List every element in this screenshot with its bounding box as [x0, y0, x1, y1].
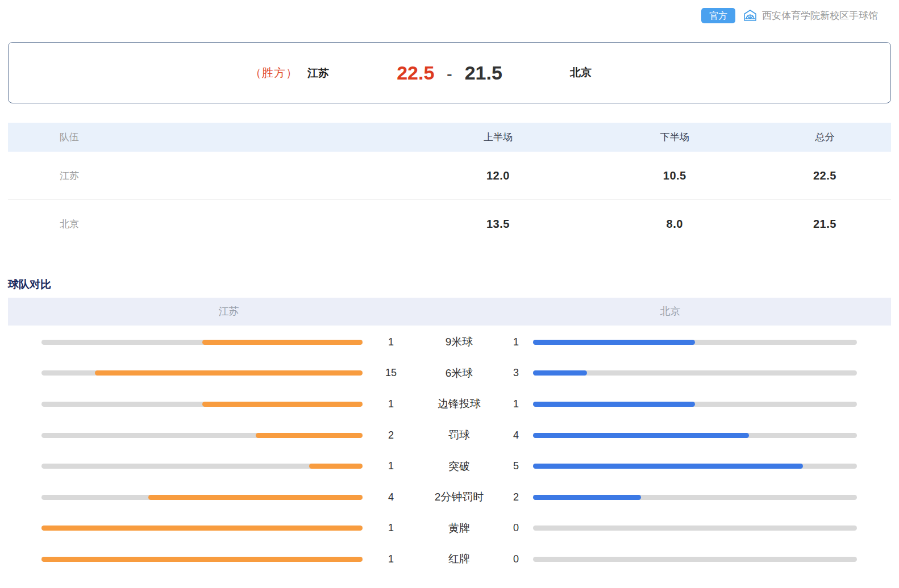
stat-row: 1 9米球 1: [8, 327, 891, 358]
table-cell-total: 21.5: [759, 218, 891, 231]
left-team-bar: [41, 433, 363, 438]
right-team-bar: [533, 464, 857, 469]
right-team-bar: [533, 340, 857, 345]
stadium-icon: [743, 9, 758, 22]
left-team-bar-fill: [148, 495, 363, 500]
stat-row: 1 突破 5: [8, 451, 891, 482]
right-team-bar: [533, 433, 857, 438]
stat-right-value: 5: [499, 460, 533, 472]
left-team-bar-fill: [256, 433, 363, 438]
stat-left-value: 2: [363, 429, 419, 441]
right-team-bar: [533, 370, 857, 376]
stat-label: 黄牌: [419, 521, 499, 536]
left-team-bar-fill: [202, 402, 363, 407]
halves-table-header: 队伍 上半场 下半场 总分: [8, 123, 891, 152]
right-team-bar: [533, 495, 857, 500]
comparison-title: 球队对比: [8, 278, 899, 290]
left-team-bar: [41, 464, 363, 469]
stat-right-value: 4: [499, 429, 533, 441]
stat-row: 1 黄牌 0: [8, 513, 891, 544]
official-badge: 官方: [701, 8, 735, 23]
stat-label: 2分钟罚时: [419, 490, 499, 504]
stat-right-value: 1: [499, 336, 533, 348]
stat-label: 9米球: [419, 335, 499, 349]
left-team-bar-fill: [309, 464, 363, 469]
stat-label: 罚球: [419, 428, 499, 443]
right-team-bar-fill: [533, 495, 641, 500]
winner-label: （胜方）: [250, 65, 298, 81]
stat-right-value: 0: [499, 522, 533, 534]
stat-left-value: 1: [363, 553, 419, 565]
left-team-bar-fill: [95, 370, 363, 376]
left-team-bar: [41, 557, 363, 562]
right-team-bar: [533, 402, 857, 407]
halves-table: 队伍 上半场 下半场 总分 江苏 12.0 10.5 22.5 北京 13.5 …: [8, 123, 891, 248]
left-team-bar: [41, 526, 363, 531]
away-team-name: 北京: [570, 65, 592, 80]
away-score: 21.5: [465, 62, 502, 84]
match-result-page: 官方 西安体育学院新校区手球馆 （胜方） 江苏 22.5 - 21.5 北京: [0, 0, 899, 588]
left-team-bar-fill: [41, 526, 363, 531]
venue: 西安体育学院新校区手球馆: [743, 9, 878, 22]
right-team-bar-fill: [533, 402, 695, 407]
col-header-first-half: 上半场: [405, 131, 590, 144]
left-team-bar: [41, 370, 363, 376]
comparison-right-team: 北京: [450, 298, 891, 326]
table-cell-second-half: 10.5: [591, 169, 759, 182]
comparison-header: 江苏 北京: [8, 298, 891, 326]
table-cell-first-half: 12.0: [405, 169, 590, 182]
table-cell-total: 22.5: [759, 169, 891, 182]
stat-row: 15 6米球 3: [8, 358, 891, 389]
stat-left-value: 1: [363, 460, 419, 472]
stat-row: 2 罚球 4: [8, 420, 891, 451]
left-team-bar: [41, 340, 363, 345]
stat-label: 边锋投球: [419, 397, 499, 411]
right-team-bar-fill: [533, 433, 749, 438]
col-header-total: 总分: [759, 131, 891, 144]
stat-right-value: 0: [499, 553, 533, 565]
table-cell-second-half: 8.0: [591, 218, 759, 231]
table-cell-team: 北京: [8, 218, 405, 231]
right-team-bar-fill: [533, 340, 695, 345]
stat-left-value: 4: [363, 491, 419, 503]
halves-table-body: 江苏 12.0 10.5 22.5 北京 13.5 8.0 21.5: [8, 152, 891, 248]
score-group: 22.5 - 21.5: [397, 62, 502, 84]
right-team-bar-fill: [533, 464, 803, 469]
stat-left-value: 1: [363, 336, 419, 348]
table-row: 北京 13.5 8.0 21.5: [8, 200, 891, 248]
stat-left-value: 15: [363, 367, 419, 379]
stat-left-value: 1: [363, 522, 419, 534]
col-header-team: 队伍: [8, 131, 405, 144]
stat-right-value: 3: [499, 367, 533, 379]
score-card: （胜方） 江苏 22.5 - 21.5 北京: [8, 42, 891, 103]
left-team-bar-fill: [41, 557, 363, 562]
stat-right-value: 1: [499, 398, 533, 410]
home-team-name: 江苏: [307, 65, 329, 80]
left-team-bar: [41, 402, 363, 407]
stat-row: 1 红牌 0: [8, 544, 891, 575]
stat-label: 突破: [419, 459, 499, 474]
score-separator: -: [447, 65, 452, 84]
left-team-bar-fill: [202, 340, 363, 345]
right-team-bar: [533, 557, 857, 562]
left-team-bar: [41, 495, 363, 500]
stat-right-value: 2: [499, 491, 533, 503]
right-team-bar: [533, 526, 857, 531]
stat-label: 红牌: [419, 552, 499, 566]
winner-group: （胜方） 江苏: [250, 65, 329, 81]
comparison-rows: 1 9米球 1 15 6米球 3 1 边锋投球 1 2 罚球 4 1 突破 5 …: [8, 327, 891, 575]
stat-row: 4 2分钟罚时 2: [8, 482, 891, 513]
topbar: 官方 西安体育学院新校区手球馆: [0, 0, 899, 24]
col-header-second-half: 下半场: [591, 131, 759, 144]
venue-name: 西安体育学院新校区手球馆: [762, 9, 878, 22]
comparison-left-team: 江苏: [8, 298, 450, 326]
stat-row: 1 边锋投球 1: [8, 389, 891, 420]
stat-left-value: 1: [363, 398, 419, 410]
stat-label: 6米球: [419, 366, 499, 381]
table-row: 江苏 12.0 10.5 22.5: [8, 152, 891, 200]
home-score: 22.5: [397, 62, 434, 84]
table-cell-team: 江苏: [8, 169, 405, 182]
table-cell-first-half: 13.5: [405, 218, 590, 231]
right-team-bar-fill: [533, 370, 587, 376]
